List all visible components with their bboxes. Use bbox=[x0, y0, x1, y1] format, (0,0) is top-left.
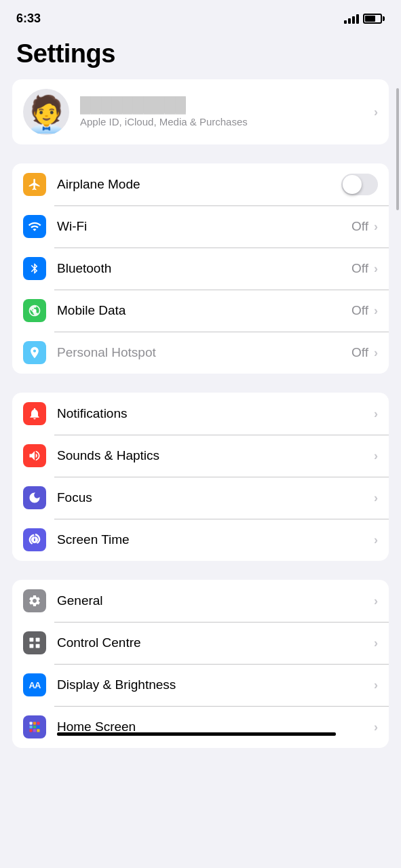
avatar: 🧑‍💼 bbox=[23, 89, 69, 135]
airplane-mode-toggle[interactable] bbox=[341, 174, 378, 195]
screen-time-row[interactable]: Screen Time › bbox=[12, 519, 389, 561]
sounds-row[interactable]: Sounds & Haptics › bbox=[12, 435, 389, 477]
svg-rect-2 bbox=[36, 638, 40, 642]
bluetooth-value: Off bbox=[351, 261, 368, 276]
connectivity-section: Airplane Mode Wi-Fi Off › Bluetooth Off … bbox=[12, 163, 389, 374]
display-brightness-row[interactable]: AA Display & Brightness › bbox=[12, 664, 389, 706]
home-screen-chevron: › bbox=[374, 720, 378, 734]
profile-name: ██████████ bbox=[80, 96, 374, 114]
system-section: General › Control Centre › AA Display & … bbox=[12, 580, 389, 748]
control-centre-label: Control Centre bbox=[57, 635, 374, 650]
bluetooth-label: Bluetooth bbox=[57, 261, 351, 276]
focus-chevron: › bbox=[374, 491, 378, 505]
general-label: General bbox=[57, 593, 374, 608]
svg-rect-12 bbox=[33, 729, 36, 732]
bluetooth-icon bbox=[23, 257, 46, 280]
display-brightness-icon: AA bbox=[23, 673, 46, 696]
mobile-data-row[interactable]: Mobile Data Off › bbox=[12, 290, 389, 332]
svg-rect-9 bbox=[33, 726, 36, 728]
bluetooth-row[interactable]: Bluetooth Off › bbox=[12, 248, 389, 290]
control-centre-icon bbox=[23, 631, 46, 654]
page-header: Settings bbox=[0, 34, 401, 79]
airplane-mode-label: Airplane Mode bbox=[57, 177, 341, 192]
screen-time-label: Screen Time bbox=[57, 532, 374, 547]
control-centre-row[interactable]: Control Centre › bbox=[12, 622, 389, 664]
mobile-data-value: Off bbox=[351, 303, 368, 318]
sounds-chevron: › bbox=[374, 449, 378, 463]
svg-rect-8 bbox=[30, 726, 33, 728]
svg-rect-6 bbox=[33, 722, 36, 725]
profile-section: 🧑‍💼 ██████████ Apple ID, iCloud, Media &… bbox=[12, 79, 389, 144]
screen-time-icon bbox=[23, 528, 46, 551]
mobile-data-icon bbox=[23, 299, 46, 322]
battery-icon bbox=[363, 14, 385, 24]
wifi-chevron: › bbox=[374, 220, 378, 234]
profile-row[interactable]: 🧑‍💼 ██████████ Apple ID, iCloud, Media &… bbox=[12, 79, 389, 144]
sounds-label: Sounds & Haptics bbox=[57, 448, 374, 463]
profile-info: ██████████ Apple ID, iCloud, Media & Pur… bbox=[80, 96, 374, 127]
svg-rect-11 bbox=[30, 729, 33, 732]
notifications-chevron: › bbox=[374, 407, 378, 421]
mobile-data-label: Mobile Data bbox=[57, 303, 351, 318]
display-brightness-label: Display & Brightness bbox=[57, 677, 374, 692]
bluetooth-chevron: › bbox=[374, 262, 378, 276]
wifi-row[interactable]: Wi-Fi Off › bbox=[12, 205, 389, 248]
status-bar: 6:33 bbox=[0, 0, 401, 34]
general-chevron: › bbox=[374, 594, 378, 608]
home-screen-label-container: Home Screen bbox=[57, 719, 374, 734]
sounds-icon bbox=[23, 444, 46, 467]
svg-rect-13 bbox=[37, 729, 39, 732]
control-centre-chevron: › bbox=[374, 636, 378, 650]
svg-rect-1 bbox=[30, 638, 34, 642]
notifications-row[interactable]: Notifications › bbox=[12, 393, 389, 435]
notifications-section: Notifications › Sounds & Haptics › Focus… bbox=[12, 393, 389, 561]
focus-row[interactable]: Focus › bbox=[12, 477, 389, 519]
home-screen-icon bbox=[23, 715, 46, 738]
notifications-icon bbox=[23, 402, 46, 425]
notifications-label: Notifications bbox=[57, 406, 374, 421]
personal-hotspot-chevron: › bbox=[374, 346, 378, 360]
page-title: Settings bbox=[16, 39, 385, 68]
focus-icon bbox=[23, 486, 46, 509]
signal-icon bbox=[344, 13, 359, 24]
scrollbar[interactable] bbox=[396, 88, 399, 210]
mobile-data-chevron: › bbox=[374, 304, 378, 318]
wifi-label: Wi-Fi bbox=[57, 219, 351, 234]
profile-chevron: › bbox=[374, 105, 378, 119]
svg-rect-5 bbox=[30, 722, 33, 725]
personal-hotspot-icon bbox=[23, 341, 46, 364]
profile-subtitle: Apple ID, iCloud, Media & Purchases bbox=[80, 116, 374, 127]
wifi-icon bbox=[23, 215, 46, 238]
status-time: 6:33 bbox=[16, 12, 41, 26]
display-brightness-chevron: › bbox=[374, 678, 378, 692]
svg-rect-10 bbox=[37, 726, 39, 728]
screen-time-chevron: › bbox=[374, 533, 378, 547]
airplane-mode-icon bbox=[23, 173, 46, 196]
wifi-value: Off bbox=[351, 219, 368, 234]
personal-hotspot-label: Personal Hotspot bbox=[57, 345, 351, 360]
home-screen-row[interactable]: Home Screen › bbox=[12, 706, 389, 748]
home-screen-label: Home Screen bbox=[57, 719, 136, 734]
personal-hotspot-row[interactable]: Personal Hotspot Off › bbox=[12, 332, 389, 374]
status-icons bbox=[344, 13, 385, 24]
general-row[interactable]: General › bbox=[12, 580, 389, 622]
svg-rect-7 bbox=[37, 722, 39, 725]
focus-label: Focus bbox=[57, 490, 374, 505]
svg-rect-3 bbox=[30, 644, 34, 648]
svg-rect-4 bbox=[36, 644, 40, 648]
general-icon bbox=[23, 589, 46, 612]
personal-hotspot-value: Off bbox=[351, 345, 368, 360]
airplane-mode-row[interactable]: Airplane Mode bbox=[12, 163, 389, 205]
